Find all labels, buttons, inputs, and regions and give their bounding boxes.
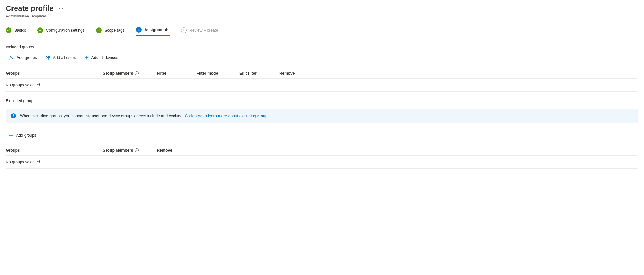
column-groups: Groups: [6, 71, 103, 76]
person-add-icon: [9, 55, 14, 60]
button-label: Add all users: [53, 55, 76, 60]
info-icon[interactable]: i: [135, 148, 139, 152]
page-title: Create profile: [6, 4, 54, 13]
learn-more-link[interactable]: Click here to learn more about excluding…: [185, 114, 270, 118]
step-label: Assignments: [144, 27, 170, 32]
check-icon: [37, 27, 43, 33]
column-remove: Remove: [157, 148, 638, 153]
column-groups: Groups: [6, 148, 103, 153]
svg-point-2: [48, 56, 50, 58]
add-groups-excluded-button[interactable]: Add groups: [6, 131, 39, 139]
column-edit-filter: Edit filter: [239, 71, 279, 76]
check-icon: [6, 27, 11, 33]
step-scope-tags[interactable]: Scope tags: [96, 27, 125, 36]
people-icon: [46, 55, 51, 60]
info-banner: i When excluding groups, you cannot mix …: [6, 109, 638, 123]
included-toolbar: Add groups Add all users Add all devices: [6, 53, 638, 62]
button-label: Add all devices: [91, 55, 118, 60]
add-groups-button[interactable]: Add groups: [6, 53, 40, 62]
excluded-empty-message: No groups selected: [6, 156, 638, 169]
more-icon[interactable]: ···: [59, 5, 64, 11]
step-number-icon: 5: [181, 27, 187, 33]
step-label: Review + create: [189, 28, 218, 33]
add-all-users-button[interactable]: Add all users: [43, 53, 79, 62]
button-label: Add groups: [17, 55, 37, 60]
column-filter: Filter: [157, 71, 197, 76]
step-review-create[interactable]: 5 Review + create: [181, 27, 218, 36]
step-basics[interactable]: Basics: [6, 27, 26, 36]
svg-point-0: [10, 56, 12, 58]
column-group-members: Group Members i: [103, 71, 157, 76]
page-subtitle: Administrative Templates: [6, 14, 638, 18]
column-filter-mode: Filter mode: [197, 71, 239, 76]
step-assignments[interactable]: 4 Assignments: [136, 27, 170, 36]
plus-icon: [9, 133, 14, 138]
button-label: Add groups: [16, 133, 36, 138]
step-configuration-settings[interactable]: Configuration settings: [37, 27, 84, 36]
column-group-members: Group Members i: [103, 148, 157, 153]
svg-point-1: [46, 56, 48, 57]
step-number-icon: 4: [136, 27, 142, 33]
included-table-header: Groups Group Members i Filter Filter mod…: [6, 68, 638, 79]
check-icon: [96, 27, 102, 33]
wizard-steps: Basics Configuration settings Scope tags…: [6, 27, 638, 36]
included-empty-message: No groups selected: [6, 79, 638, 92]
excluded-table-header: Groups Group Members i Remove: [6, 145, 638, 156]
step-label: Scope tags: [105, 28, 125, 33]
included-groups-title: Included groups: [6, 45, 638, 49]
column-remove: Remove: [279, 71, 638, 76]
info-icon: i: [11, 113, 16, 118]
step-label: Configuration settings: [46, 28, 84, 33]
info-icon[interactable]: i: [135, 71, 139, 75]
add-all-devices-button[interactable]: Add all devices: [81, 53, 121, 62]
step-label: Basics: [14, 28, 26, 33]
info-banner-text: When excluding groups, you cannot mix us…: [20, 114, 270, 118]
excluded-groups-title: Excluded groups: [6, 98, 638, 103]
plus-icon: [84, 55, 89, 60]
